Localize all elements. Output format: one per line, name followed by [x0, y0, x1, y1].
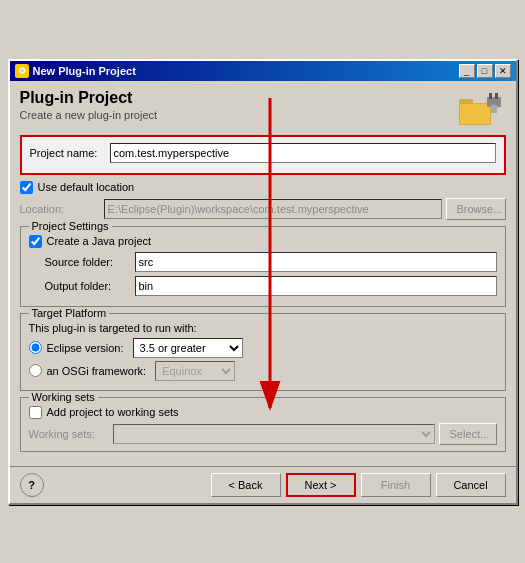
source-folder-row: Source folder:	[45, 252, 497, 272]
next-button[interactable]: Next >	[286, 473, 356, 497]
page-title: Plug-in Project	[20, 89, 158, 107]
osgi-framework-row: an OSGi framework: Equinox Felix	[29, 361, 497, 381]
output-folder-input[interactable]	[135, 276, 497, 296]
cancel-button[interactable]: Cancel	[436, 473, 506, 497]
use-default-location-checkbox[interactable]	[20, 181, 33, 194]
location-label: Location:	[20, 203, 100, 215]
location-row: Location: Browse...	[20, 198, 506, 220]
add-to-working-sets-row: Add project to working sets	[29, 406, 497, 419]
create-java-row: Create a Java project	[29, 235, 497, 248]
page-subtitle: Create a new plug-in project	[20, 109, 158, 121]
project-name-input[interactable]	[110, 143, 496, 163]
project-settings-group: Project Settings Create a Java project S…	[20, 226, 506, 307]
project-settings-title: Project Settings	[29, 220, 112, 232]
eclipse-version-label: Eclipse version:	[47, 342, 124, 354]
create-java-checkbox[interactable]	[29, 235, 42, 248]
target-platform-title: Target Platform	[29, 307, 110, 319]
use-default-location-row: Use default location	[20, 181, 506, 194]
working-sets-label: Working sets:	[29, 428, 109, 440]
back-button[interactable]: < Back	[211, 473, 281, 497]
output-folder-row: Output folder:	[45, 276, 497, 296]
add-to-working-sets-label: Add project to working sets	[47, 406, 179, 418]
svg-rect-5	[495, 93, 498, 99]
window-icon: ⚙	[15, 64, 29, 78]
working-sets-title: Working sets	[29, 391, 98, 403]
finish-button[interactable]: Finish	[361, 473, 431, 497]
working-sets-content: Add project to working sets Working sets…	[29, 406, 497, 445]
eclipse-version-radio[interactable]	[29, 341, 42, 354]
page-header-text: Plug-in Project Create a new plug-in pro…	[20, 89, 158, 121]
content-area: Plug-in Project Create a new plug-in pro…	[10, 81, 516, 466]
help-button[interactable]: ?	[20, 473, 44, 497]
nav-buttons: < Back Next > Finish Cancel	[211, 473, 506, 497]
plugin-icon-svg	[457, 89, 505, 129]
svg-rect-2	[460, 104, 490, 124]
header-icon	[456, 89, 506, 129]
source-folder-input[interactable]	[135, 252, 497, 272]
eclipse-version-select[interactable]: 3.5 or greater 3.4 3.3 3.2	[133, 338, 243, 358]
title-bar-buttons: _ □ ✕	[459, 64, 511, 78]
project-name-label: Project name:	[30, 147, 110, 159]
main-window: ⚙ New Plug-in Project _ □ ✕ Plug-in Proj…	[8, 59, 518, 505]
title-bar: ⚙ New Plug-in Project _ □ ✕	[10, 61, 516, 81]
source-folder-label: Source folder:	[45, 256, 135, 268]
add-to-working-sets-checkbox[interactable]	[29, 406, 42, 419]
working-sets-row: Working sets: Select...	[29, 423, 497, 445]
project-name-section: Project name:	[20, 135, 506, 175]
browse-button[interactable]: Browse...	[446, 198, 506, 220]
bottom-buttons-area: < Back Next > Finish Cancel	[211, 473, 506, 497]
close-button[interactable]: ✕	[495, 64, 511, 78]
page-header: Plug-in Project Create a new plug-in pro…	[20, 89, 506, 129]
maximize-button[interactable]: □	[477, 64, 493, 78]
working-sets-select[interactable]	[113, 424, 435, 444]
window-title: New Plug-in Project	[33, 65, 136, 77]
use-default-location-label: Use default location	[38, 181, 135, 193]
output-folder-label: Output folder:	[45, 280, 135, 292]
title-bar-left: ⚙ New Plug-in Project	[15, 64, 136, 78]
target-platform-content: This plug-in is targeted to run with: Ec…	[29, 322, 497, 381]
bottom-bar: ? < Back Next > Finish Cancel	[10, 466, 516, 503]
svg-rect-6	[491, 105, 497, 113]
create-java-label: Create a Java project	[47, 235, 152, 247]
eclipse-version-row: Eclipse version: 3.5 or greater 3.4 3.3 …	[29, 338, 497, 358]
svg-rect-4	[489, 93, 492, 99]
target-platform-group: Target Platform This plug-in is targeted…	[20, 313, 506, 391]
select-button[interactable]: Select...	[439, 423, 497, 445]
osgi-framework-radio[interactable]	[29, 364, 42, 377]
project-name-row: Project name:	[30, 143, 496, 163]
location-input	[104, 199, 442, 219]
target-platform-description: This plug-in is targeted to run with:	[29, 322, 497, 334]
minimize-button[interactable]: _	[459, 64, 475, 78]
osgi-framework-select[interactable]: Equinox Felix	[155, 361, 235, 381]
project-settings-content: Create a Java project Source folder: Out…	[29, 235, 497, 296]
osgi-framework-label: an OSGi framework:	[47, 365, 147, 377]
working-sets-group: Working sets Add project to working sets…	[20, 397, 506, 452]
